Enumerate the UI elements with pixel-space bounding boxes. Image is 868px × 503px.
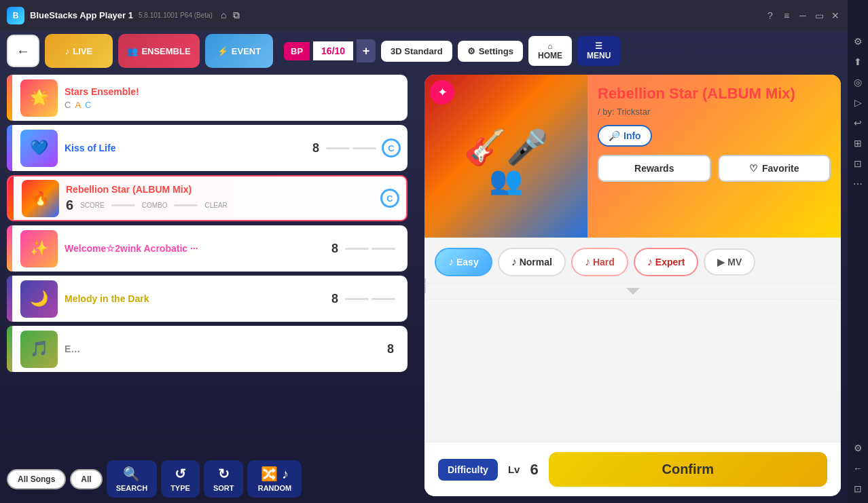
mv-label: ▶ MV [717,257,742,267]
separator [424,284,841,299]
favorite-label: Favorite [762,163,799,174]
lv-label: Lv [508,464,520,475]
song-item-last[interactable]: 🎵 E… 8 [7,326,408,372]
normal-label: Normal [520,257,552,267]
grade-badge-kiss: C [382,138,401,157]
menu-label: MENU [587,51,611,60]
song-title-stars: Stars Ensemble! [65,86,401,97]
filter-all[interactable]: All [70,469,102,489]
help-icon[interactable]: ? [765,10,776,21]
song-item-stars-ensemble[interactable]: 🌟 Stars Ensemble! C A C [7,75,408,121]
back-button[interactable]: ← [7,35,39,67]
sort-label: SORT [213,484,234,492]
sidebar-icon-bottom-2[interactable]: ← [850,461,865,476]
bp-plus-button[interactable]: + [357,39,376,62]
song-item-rebellion[interactable]: 🔥 Rebellion Star (ALBUM Mix) 6 SCORE COM… [7,175,408,221]
star-badge-icon: ✦ [430,80,454,105]
standard-label: 3D Standard [391,46,443,56]
search-icon: 🔍 [123,466,140,482]
song-item-kiss-of-life[interactable]: 💙 Kiss of Life 8 C [7,125,408,171]
restore-icon[interactable]: ▭ [814,10,825,21]
album-art: 🎸🎤 👥 ✦ [424,75,587,238]
ensemble-label: ENSEMBLE [141,46,190,56]
settings-label: Settings [479,46,513,56]
window-controls: ? ≡ ─ ▭ ✕ [765,10,841,21]
hamburger-icon: ☰ [595,41,602,51]
grade-badge-rebellion: C [380,189,399,208]
sidebar-icon-7[interactable]: ⊡ [850,156,865,171]
diff-tab-normal[interactable]: ♪ Normal [498,248,566,276]
menu-button[interactable]: ☰ MENU [577,36,620,66]
tab-live[interactable]: ♪ LIVE [45,34,113,68]
sidebar-icon-5[interactable]: ↩ [850,115,865,130]
window-nav-icons: ⌂ ⧉ [221,10,240,21]
song-title-last: E… [65,343,387,354]
sidebar-icon-bottom-1[interactable]: ⚙ [850,441,865,455]
hard-label: Hard [593,257,615,267]
confirm-area: Difficulty Lv 6 Confirm [424,442,841,496]
minimize-icon[interactable]: ─ [797,10,808,21]
settings-button[interactable]: ⚙ Settings [458,41,523,62]
expert-label: Expert [655,257,685,267]
standard-button[interactable]: 3D Standard [381,41,452,62]
right-sidebar: ⚙ ⬆ ◎ ▷ ↩ ⊞ ⊡ ⋯ ⚙ ← ⊡ [848,0,868,503]
filter-all-songs[interactable]: All Songs [7,469,66,489]
random-label: RANDOM [258,484,292,492]
difficulty-tabs-area: ♪ Easy ♪ Normal ♪ Hard ♪ Expert [424,238,841,284]
menu-icon[interactable]: ≡ [781,10,792,21]
difficulty-label: Difficulty [438,459,498,481]
close-icon[interactable]: ✕ [830,10,841,21]
sidebar-icon-1[interactable]: ⚙ [850,34,865,49]
tab-event[interactable]: ⚡ EVENT [205,34,273,68]
sort-button[interactable]: ↻ SORT [204,460,244,498]
bluestacks-logo: B [7,7,24,24]
song-title-rebellion: Rebellion Star (ALBUM Mix) [66,184,380,195]
note-easy-icon: ♪ [448,256,454,268]
info-button[interactable]: 🔎 Info [598,125,652,147]
bp-area: BP 16/10 + [284,39,376,62]
difficulty-tabs: ♪ Easy ♪ Normal ♪ Hard ♪ Expert [435,248,831,276]
sidebar-icon-3[interactable]: ◎ [850,75,865,90]
diff-tab-expert[interactable]: ♪ Expert [634,248,699,276]
favorite-button[interactable]: ♡ Favorite [718,155,831,182]
easy-label: Easy [456,257,479,267]
sidebar-icon-bottom-3[interactable]: ⊡ [850,481,865,496]
sidebar-icon-6[interactable]: ⊞ [850,136,865,151]
bottom-toolbar: All Songs All 🔍 SEARCH ↺ TYPE ↻ SORT 🔀 ♪… [7,460,408,498]
confirm-button[interactable]: Confirm [549,452,827,487]
sidebar-icon-2[interactable]: ⬆ [850,54,865,69]
main-content: ← ♪ LIVE 👥 ENSEMBLE ⚡ EVENT BP 16/10 + 3… [0,31,848,503]
random-icon: 🔀 ♪ [261,466,289,482]
bp-value: 16/10 [313,41,353,60]
diff-tab-easy[interactable]: ♪ Easy [435,248,492,276]
bp-label: BP [284,42,310,60]
action-row: Rewards ♡ Favorite [598,155,831,182]
note-normal-icon: ♪ [511,256,517,268]
song-item-welcome[interactable]: ✨ Welcome☆2wink Acrobatic ··· 8 [7,225,408,272]
search-button[interactable]: 🔍 SEARCH [107,460,157,498]
random-button[interactable]: 🔀 ♪ RANDOM [247,460,302,498]
rewards-button[interactable]: Rewards [598,155,711,182]
back-arrow-icon: ← [16,43,30,59]
note-expert-icon: ♪ [647,256,653,268]
copy-win-icon[interactable]: ⧉ [233,10,240,21]
event-label: EVENT [232,46,261,56]
sidebar-icon-4[interactable]: ▷ [850,95,865,110]
event-icon: ⚡ [217,46,228,56]
panel-body: ♪ Easy ♪ Normal ♪ Hard ♪ Expert [424,238,841,496]
diff-tab-hard[interactable]: ♪ Hard [571,248,628,276]
song-item-melody[interactable]: 🌙 Melody in the Dark 8 [7,276,408,322]
note-hard-icon: ♪ [585,256,590,268]
home-button[interactable]: ⌂ HOME [528,36,572,66]
sort-icon: ↻ [218,466,230,482]
home-win-icon[interactable]: ⌂ [221,10,226,21]
type-button[interactable]: ↺ TYPE [161,460,200,498]
ensemble-icon: 👥 [127,46,138,56]
sidebar-icon-8[interactable]: ⋯ [850,176,865,191]
type-label: TYPE [170,484,190,492]
diff-tab-mv[interactable]: ▶ MV [704,248,755,276]
type-icon: ↺ [175,466,186,482]
level-value: 6 [530,461,538,479]
tab-ensemble[interactable]: 👥 ENSEMBLE [118,34,200,68]
live-label: LIVE [73,46,92,56]
